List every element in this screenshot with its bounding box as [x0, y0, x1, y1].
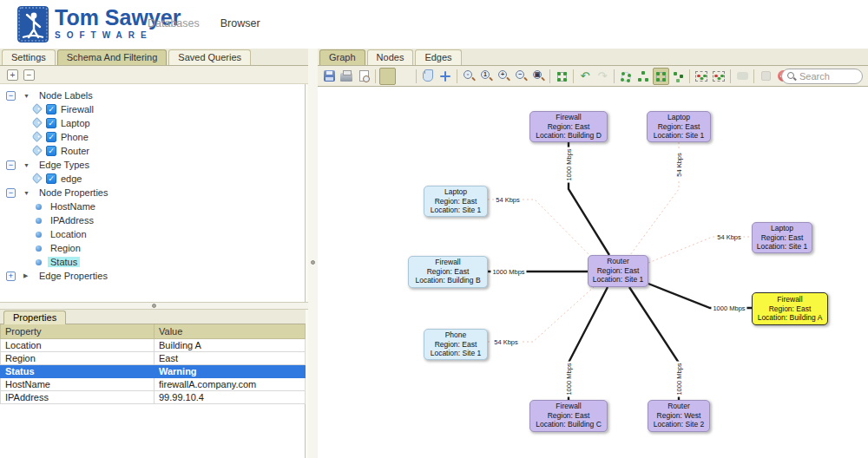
group-shape-button[interactable] — [758, 68, 774, 85]
checkbox-laptop[interactable]: ✓ — [46, 118, 56, 128]
tag-icon — [31, 145, 43, 156]
menu-item-databases[interactable]: Databases — [148, 17, 200, 29]
tree-row-hostname[interactable]: HostName — [0, 200, 305, 213]
tree-row-status[interactable]: Status — [0, 255, 305, 269]
collapse-selection-button[interactable] — [711, 68, 727, 85]
horizontal-splitter[interactable] — [0, 302, 308, 310]
checkbox-router[interactable]: ✓ — [46, 146, 56, 156]
graph-node-laptop-site-1-top[interactable]: LaptopRegion: EastLocation: Site 1 — [647, 111, 711, 142]
print-icon — [340, 73, 352, 82]
tree-arrow-icon[interactable]: ▼ — [23, 190, 30, 196]
tree-row-node-labels[interactable]: −▼Node Labels — [0, 88, 305, 102]
graph-node-firewall-building-d[interactable]: FirewallRegion: EastLocation: Building D — [529, 111, 608, 142]
tree-toggle-icon[interactable]: − — [6, 160, 16, 170]
marquee-select-tool-button[interactable] — [397, 68, 413, 85]
graph-node-router-site-2[interactable]: RouterRegion: WestLocation: Site 2 — [648, 400, 710, 432]
graph-node-phone-site-1[interactable]: PhoneRegion: EastLocation: Site 1 — [424, 329, 488, 360]
tab-properties[interactable]: Properties — [3, 311, 66, 324]
hierarchical-layout-button[interactable] — [635, 68, 652, 85]
tab-edges[interactable]: Edges — [415, 49, 461, 65]
tree-row-location[interactable]: Location — [0, 227, 305, 241]
tree-arrow-icon[interactable]: ▶ — [23, 272, 28, 279]
tab-saved-queries[interactable]: Saved Queries — [168, 49, 251, 65]
graph-node-firewall-building-b[interactable]: FirewallRegion: EastLocation: Building B — [408, 256, 488, 288]
menu-item-browser[interactable]: Browser — [220, 17, 260, 29]
tree-toggle-icon[interactable]: − — [6, 188, 16, 198]
select-tool-button[interactable] — [379, 68, 396, 85]
graph-edge[interactable] — [648, 237, 752, 263]
tree-row-laptop[interactable]: ✓Laptop — [0, 116, 305, 130]
tree-toggle-icon[interactable]: − — [6, 91, 16, 101]
tree-row-phone[interactable]: ✓Phone — [0, 130, 305, 144]
tab-schema-and-filtering[interactable]: Schema And Filtering — [57, 49, 168, 65]
expand-all-button[interactable]: + — [7, 69, 18, 81]
tree-row-edge-properties[interactable]: +▶Edge Properties — [0, 269, 305, 283]
tab-settings[interactable]: Settings — [2, 49, 56, 65]
vertical-splitter[interactable] — [308, 49, 318, 458]
tab-nodes[interactable]: Nodes — [367, 49, 414, 65]
checkbox-phone[interactable]: ✓ — [46, 132, 56, 142]
redo-button[interactable]: ↷ — [595, 68, 611, 85]
navigate-tool-button[interactable] — [437, 68, 454, 85]
zoom-badge: ▫ — [464, 71, 471, 78]
graph-node-firewall-building-a[interactable]: FirewallRegion: EastLocation: Building A — [752, 292, 828, 325]
save-image-button[interactable] — [321, 68, 338, 85]
table-row[interactable]: RegionEast — [1, 351, 306, 364]
hierarchical-layout-icon — [637, 70, 649, 82]
schema-tree: −▼Node Labels✓Firewall✓Laptop✓Phone✓Rout… — [0, 84, 306, 302]
graph-edge[interactable] — [488, 200, 591, 257]
zoom-out-button[interactable]: − — [513, 68, 529, 85]
graph-edge[interactable] — [629, 287, 679, 400]
print-button[interactable] — [339, 68, 355, 85]
tree-toggle-icon[interactable]: + — [6, 272, 16, 281]
graph-node-laptop-site-1-right[interactable]: LaptopRegion: EastLocation: Site 1 — [752, 222, 812, 253]
tab-graph[interactable]: Graph — [319, 49, 365, 65]
tree-row-ipaddress[interactable]: IPAddress — [0, 213, 305, 227]
tree-row-firewall[interactable]: ✓Firewall — [0, 102, 305, 116]
zoom-fit-icon: ▣ — [532, 69, 545, 82]
search-input[interactable] — [799, 71, 858, 82]
undo-button[interactable]: ↶ — [577, 68, 594, 85]
graph-edge[interactable] — [488, 287, 594, 342]
checkbox-firewall[interactable]: ✓ — [46, 104, 56, 114]
zoom-in-button[interactable]: + — [496, 68, 512, 85]
graph-node-router-site-1[interactable]: RouterRegion: EastLocation: Site 1 — [588, 255, 648, 287]
circular-layout-button[interactable] — [618, 68, 635, 85]
edge-label: 1000 Mbps — [711, 304, 746, 312]
pan-tool-button[interactable] — [420, 68, 437, 85]
zoom-marquee-icon: ▫ — [463, 69, 476, 82]
table-row[interactable]: HostNamefirewallA.company.com — [1, 377, 306, 390]
tag-icon — [31, 173, 43, 184]
incremental-layout-button[interactable] — [670, 68, 687, 85]
graph-node-firewall-building-c[interactable]: FirewallRegion: EastLocation: Building C — [529, 400, 608, 432]
orthogonal-layout-button[interactable] — [653, 68, 669, 85]
tree-row-edge-types[interactable]: −▼Edge Types — [0, 158, 305, 172]
expand-selection-button[interactable] — [694, 68, 710, 85]
graph-node-laptop-site-1-left[interactable]: LaptopRegion: EastLocation: Site 1 — [424, 186, 488, 217]
graph-edge[interactable] — [630, 142, 679, 255]
node-label-line: Region: East — [424, 197, 487, 206]
tree-row-node-properties[interactable]: −▼Node Properties — [0, 186, 305, 200]
node-label-line: Firewall — [530, 402, 607, 411]
graph-canvas[interactable]: FirewallRegion: EastLocation: Building D… — [318, 87, 868, 458]
checkbox-edge[interactable]: ✓ — [46, 173, 56, 184]
zoom-fit-button[interactable]: ▣ — [530, 68, 547, 85]
collapse-all-button[interactable]: − — [23, 69, 35, 81]
tree-arrow-icon[interactable]: ▼ — [23, 162, 30, 168]
zoom-actual-size-button[interactable]: 1 — [478, 68, 495, 85]
property-dot-icon — [36, 245, 42, 252]
tree-arrow-icon[interactable]: ▼ — [23, 93, 30, 99]
comment-button[interactable] — [734, 68, 751, 85]
table-row[interactable]: StatusWarning — [1, 364, 306, 377]
zoom-out-icon: − — [515, 69, 528, 82]
zoom-marquee-button[interactable]: ▫ — [461, 68, 477, 85]
fit-in-window-button[interactable] — [554, 68, 570, 85]
print-preview-button[interactable] — [356, 68, 372, 85]
table-row[interactable]: IPAddress99.99.10.4 — [1, 390, 306, 403]
graph-edge[interactable] — [569, 142, 609, 255]
tree-row-region[interactable]: Region — [0, 241, 305, 255]
tree-row-edge[interactable]: ✓edge — [0, 172, 305, 186]
search-box[interactable] — [781, 69, 863, 84]
tree-row-router[interactable]: ✓Router — [0, 144, 305, 158]
table-row[interactable]: LocationBuilding A — [1, 338, 306, 351]
